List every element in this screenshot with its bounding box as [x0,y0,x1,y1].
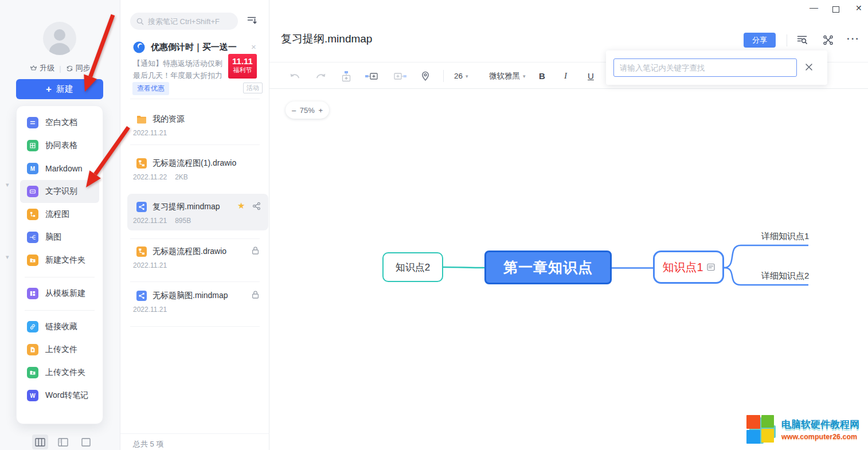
word-icon: W [27,390,38,401]
share-icon[interactable] [252,202,261,210]
sync-button[interactable]: 同步 [66,63,91,73]
collab-sheet-icon [27,140,38,151]
upgrade-button[interactable]: 升级 [30,63,54,73]
find-in-note-panel [606,50,827,85]
redo-icon[interactable] [314,62,327,89]
close-icon[interactable] [804,62,814,72]
menu-item-label: 新建文件夹 [45,255,85,265]
undo-icon[interactable] [289,62,302,89]
flowchart-icon [27,209,38,220]
link-icon [27,321,38,332]
close-icon[interactable]: × [251,42,256,52]
font-size-select[interactable]: 26 ▾ [454,62,468,89]
location-pin-icon[interactable] [420,62,431,89]
sidebar-item-from-template[interactable]: 从模板新建 [20,282,99,305]
font-family-value: 微软雅黑 [489,71,520,81]
bold-button[interactable]: B [539,62,545,89]
mindmap-icon [27,232,38,243]
find-in-note-icon[interactable] [796,34,808,45]
sync-label: 同步 [76,63,91,73]
node-label: 知识点1 [662,260,703,275]
find-keyword-input[interactable] [613,58,797,77]
view-single-button[interactable] [78,435,94,449]
mindmap-node-topic2[interactable]: 知识点2 [382,252,443,282]
file-name: 我的资源 [153,114,185,124]
sidebar-item-word-to-note[interactable]: W Word转笔记 [20,384,99,407]
note-attachment-icon[interactable] [707,263,715,271]
file-item-drawio-2[interactable]: 无标题流程图.drawio [136,245,226,258]
new-menu-popup: 空白文档 协同表格 M Markdown 文字识别 流程图 脑图 [16,105,103,424]
avatar-body [49,43,70,55]
sidebar-item-flowchart[interactable]: 流程图 [20,203,99,226]
promo-logo-icon [133,41,145,53]
promo-badge: 11.11 福利节 [228,54,257,79]
file-item-my-resources[interactable]: 我的资源 [136,113,185,126]
mindmap-node-topic1[interactable]: 知识点1 [653,251,724,284]
new-button[interactable]: + 新建 [16,79,103,99]
file-meta: 2022.11.22 2KB [133,173,188,181]
italic-button[interactable]: I [564,62,567,89]
star-icon[interactable]: ★ [237,201,245,211]
file-item-mindmap-2[interactable]: 无标题脑图.mindmap [136,289,228,302]
search-icon [136,17,144,26]
drawio-file-icon [136,246,147,257]
sidebar-item-ocr[interactable]: 文字识别 [20,180,99,203]
close-button[interactable]: ✕ [855,3,862,13]
menu-item-label: 从模板新建 [45,288,85,299]
file-date: 2022.11.21 [133,217,167,225]
sidebar-item-upload-file[interactable]: 上传文件 [20,338,99,361]
file-date: 2022.11.21 [133,129,167,137]
font-size-value: 26 [454,72,463,80]
divider [130,99,260,99]
new-button-label: 新建 [56,84,73,95]
mindmap-node-root[interactable]: 第一章知识点 [484,251,612,284]
chevron-down-icon[interactable]: ▾ [6,181,9,189]
insert-node-right-icon[interactable] [365,62,380,89]
sidebar-item-markdown[interactable]: M Markdown [20,157,99,180]
sort-icon[interactable] [247,15,257,25]
menu-divider [17,305,103,315]
file-item-drawio-1[interactable]: 无标题流程图(1).drawio [136,157,236,170]
maximize-button[interactable] [832,6,839,13]
mindmap-leaf-detail1[interactable]: 详细知识点1 [761,231,809,242]
view-offer-button[interactable]: 查看优惠 [132,82,169,95]
minimize-button[interactable]: — [810,2,818,12]
sidebar: 升级 | 同步 + 新建 空白文档 协同表格 M [0,0,120,450]
share-button[interactable]: 分享 [744,33,776,48]
menu-item-label: 流程图 [45,209,69,220]
upload-folder-icon [27,367,38,378]
app-window: 升级 | 同步 + 新建 空白文档 协同表格 M [0,0,868,450]
chevron-down-icon[interactable]: ▾ [6,253,9,261]
menu-item-label: Word转笔记 [45,390,88,401]
file-name: 无标题流程图(1).drawio [153,158,236,169]
font-family-select[interactable]: 微软雅黑 ▾ [489,62,526,89]
sidebar-item-new-folder[interactable]: 新建文件夹 [20,249,99,272]
notes-search[interactable] [130,13,238,30]
underline-button[interactable]: U [588,62,594,89]
file-item-mindmap-selected[interactable]: 复习提纲.mindmap [136,201,220,213]
avatar-head [54,29,65,41]
mindmap-structure-icon[interactable] [822,34,834,46]
sidebar-item-collab-sheet[interactable]: 协同表格 [20,134,99,157]
notes-search-input[interactable] [148,17,234,26]
mindmap-leaf-detail2[interactable]: 详细知识点2 [761,271,809,281]
avatar[interactable] [43,22,76,55]
watermark: 电脑软硬件教程网 www.computer26.com [745,413,859,446]
sidebar-item-mindmap[interactable]: 脑图 [20,226,99,249]
view-three-columns-button[interactable] [32,435,48,449]
total-count: 总共 5 项 [133,439,163,449]
more-menu-icon[interactable]: ··· [847,33,860,45]
drawio-file-icon [136,158,147,169]
file-meta: 2022.11.21 [133,306,167,314]
view-two-columns-button[interactable] [55,435,71,449]
divider [443,70,444,82]
sidebar-item-blank-document[interactable]: 空白文档 [20,111,99,134]
zoom-out-button[interactable]: – [292,106,296,115]
sidebar-item-upload-folder[interactable]: 上传文件夹 [20,361,99,384]
zoom-in-button[interactable]: + [318,106,323,115]
insert-node-left-icon[interactable] [392,62,407,89]
promo-card[interactable]: 优惠倒计时｜买一送一 × 【通知】特惠返场活动仅剩最后几天！年度最大折扣力度..… [120,39,269,99]
upload-file-icon [27,344,38,355]
insert-child-node-icon[interactable] [339,62,353,89]
sidebar-item-link-bookmark[interactable]: 链接收藏 [20,315,99,338]
